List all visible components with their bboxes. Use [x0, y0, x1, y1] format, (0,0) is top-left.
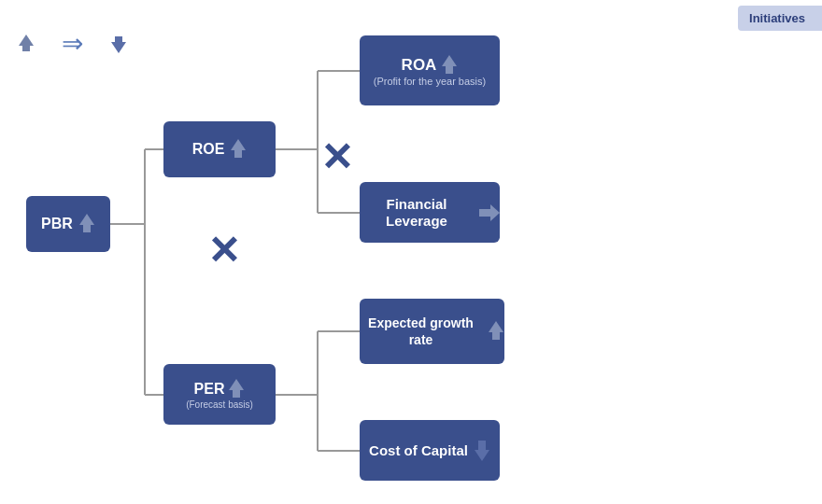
- pbr-box: PBR: [26, 196, 110, 252]
- legend: [19, 28, 126, 59]
- pbr-label: PBR: [41, 216, 73, 232]
- per-sub-label: (Forecast basis): [186, 399, 253, 410]
- expected-growth-rate-box: Expected growth rate: [360, 299, 504, 364]
- roe-arrow-up-icon: [230, 139, 247, 160]
- cost-of-capital-box: Cost of Capital: [360, 420, 500, 481]
- roe-box: ROE: [163, 121, 276, 177]
- financial-leverage-box: Financial Leverage: [360, 182, 500, 243]
- pbr-arrow-up-icon: [78, 214, 95, 234]
- roe-label: ROE: [192, 141, 225, 158]
- legend-down-arrow-icon: [111, 35, 126, 53]
- financial-leverage-arrow-right-icon: [479, 204, 500, 221]
- cost-of-capital-arrow-down-icon: [474, 441, 490, 461]
- multiply-x-main: ✕: [207, 231, 240, 271]
- multiply-x-roe: ✕: [320, 138, 353, 177]
- expected-growth-arrow-up-icon: [488, 321, 504, 342]
- financial-leverage-label: Financial Leverage: [360, 196, 474, 230]
- per-label: PER: [194, 381, 225, 398]
- initiatives-label: Initiatives: [749, 11, 805, 25]
- roa-label: ROA: [402, 56, 437, 75]
- diagram-container: Initiatives PBR ✕ ROE: [0, 0, 822, 504]
- cost-of-capital-label: Cost of Capital: [369, 441, 468, 460]
- legend-up-arrow-icon: [19, 35, 34, 53]
- roa-sub-label: (Profit for the year basis): [374, 76, 486, 87]
- expected-growth-rate-label: Expected growth rate: [360, 315, 482, 348]
- roa-box: ROA (Profit for the year basis): [360, 35, 500, 105]
- initiatives-badge: Initiatives: [738, 6, 822, 31]
- per-arrow-up-icon: [228, 379, 245, 399]
- legend-right-arrow-icon: [62, 28, 83, 59]
- per-box: PER (Forecast basis): [163, 364, 276, 425]
- roa-arrow-up-icon: [441, 55, 458, 76]
